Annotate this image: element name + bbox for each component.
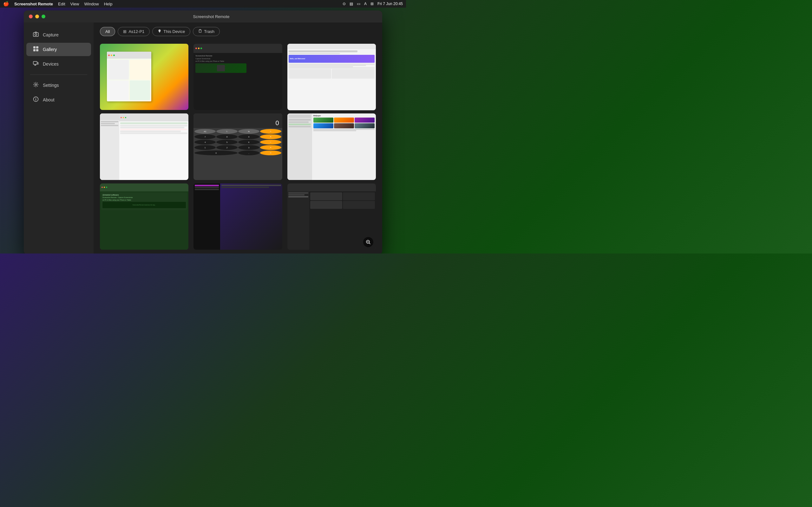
apple-menu[interactable]: 🍎 bbox=[3, 1, 9, 7]
main-content: All ⊞ As12-P1 This Device bbox=[94, 22, 382, 253]
thumbnail-3[interactable]: Hello, and Welcome! bbox=[287, 44, 376, 110]
thisdevice-icon bbox=[158, 29, 161, 34]
gallery-grid: Screenshot Remote Capture Screenshots on… bbox=[94, 41, 382, 253]
gallery-icon bbox=[33, 46, 39, 53]
svg-rect-5 bbox=[36, 49, 38, 51]
filter-bar: All ⊞ As12-P1 This Device bbox=[94, 22, 382, 41]
thumbnail-5[interactable]: 0 AC ⁺⁄₋ % ÷ 7 8 9 × 4 5 bbox=[194, 113, 282, 180]
close-button[interactable] bbox=[29, 14, 33, 18]
svg-point-10 bbox=[36, 98, 36, 99]
thumbnail-7[interactable]: @ntwind software Screenshot Remote - Cap… bbox=[100, 183, 189, 250]
window-title: Screenshot Remote bbox=[45, 14, 377, 19]
menubar-edit[interactable]: Edit bbox=[58, 2, 65, 6]
sidebar-settings-label: Settings bbox=[43, 83, 59, 88]
as12p1-icon: ⊞ bbox=[123, 29, 126, 34]
titlebar: Screenshot Remote bbox=[24, 10, 382, 22]
filter-as12p1-label: As12-P1 bbox=[129, 29, 144, 34]
thumbnail-6[interactable]: Wallpaper bbox=[287, 113, 376, 180]
text-icon: A bbox=[364, 2, 367, 6]
filter-trash-button[interactable]: Trash bbox=[193, 27, 220, 36]
devices-icon bbox=[33, 60, 39, 67]
sidebar-gallery-label: Gallery bbox=[43, 47, 57, 52]
menubar-datetime: Fri 7 Jun 20:45 bbox=[377, 2, 403, 6]
svg-rect-4 bbox=[33, 49, 36, 51]
menubar-window[interactable]: Window bbox=[84, 2, 99, 6]
svg-rect-3 bbox=[36, 46, 38, 49]
thumbnail-2[interactable]: Screenshot Remote Capture Screenshots on… bbox=[194, 44, 282, 110]
sidebar-capture-label: Capture bbox=[43, 32, 59, 38]
sidebar-about-label: About bbox=[43, 97, 55, 102]
thumbnail-9[interactable] bbox=[287, 183, 376, 250]
sidebar-item-gallery[interactable]: Gallery bbox=[26, 43, 91, 56]
screenshot-icon: ⊙ bbox=[343, 2, 346, 6]
menubar-help[interactable]: Help bbox=[104, 2, 113, 6]
svg-point-8 bbox=[35, 84, 37, 86]
capture-icon bbox=[33, 32, 39, 38]
trash-icon bbox=[198, 29, 202, 34]
menubar: 🍎 Screenshot Remote Edit View Window Hel… bbox=[0, 0, 406, 8]
minimize-button[interactable] bbox=[35, 14, 39, 18]
menubar-app-name[interactable]: Screenshot Remote bbox=[14, 2, 53, 6]
menubar-right: ⊙ ▤ ▭ A ⊞ Fri 7 Jun 20:45 bbox=[343, 2, 403, 6]
sidebar: Capture Gallery bbox=[24, 22, 94, 253]
zoom-icon[interactable] bbox=[363, 237, 373, 247]
thumbnail-1[interactable] bbox=[100, 44, 189, 110]
filter-thisdevice-button[interactable]: This Device bbox=[152, 27, 190, 36]
thumbnail-8[interactable] bbox=[194, 183, 282, 250]
sidebar-item-devices[interactable]: Devices bbox=[26, 57, 91, 71]
svg-rect-6 bbox=[33, 61, 37, 64]
maximize-button[interactable] bbox=[42, 14, 45, 18]
filter-all-label: All bbox=[105, 29, 110, 34]
about-icon bbox=[33, 96, 39, 103]
main-window: Screenshot Remote Capture bbox=[24, 10, 382, 253]
settings-icon bbox=[33, 82, 39, 89]
content-area: Capture Gallery bbox=[24, 22, 382, 253]
filter-as12p1-button[interactable]: ⊞ As12-P1 bbox=[118, 27, 150, 36]
sidebar-divider bbox=[30, 74, 87, 75]
filter-trash-label: Trash bbox=[204, 29, 214, 34]
svg-rect-2 bbox=[33, 46, 36, 49]
sidebar-devices-label: Devices bbox=[43, 61, 59, 66]
window-controls bbox=[29, 14, 45, 18]
filter-thisdevice-label: This Device bbox=[163, 29, 185, 34]
svg-rect-7 bbox=[38, 62, 38, 64]
display-icon: ▤ bbox=[350, 2, 353, 6]
svg-point-1 bbox=[35, 34, 37, 36]
sidebar-item-about[interactable]: About bbox=[26, 93, 91, 107]
thumbnail-4[interactable] bbox=[100, 113, 189, 180]
filter-all-button[interactable]: All bbox=[100, 27, 115, 36]
sidebar-item-settings[interactable]: Settings bbox=[26, 78, 91, 92]
menubar-view[interactable]: View bbox=[70, 2, 79, 6]
menubar-left: 🍎 Screenshot Remote Edit View Window Hel… bbox=[3, 1, 112, 7]
svg-rect-0 bbox=[33, 33, 38, 37]
monitor-icon: ▭ bbox=[357, 2, 360, 6]
controlcenter-icon: ⊞ bbox=[370, 2, 374, 6]
sidebar-item-capture[interactable]: Capture bbox=[26, 28, 91, 42]
